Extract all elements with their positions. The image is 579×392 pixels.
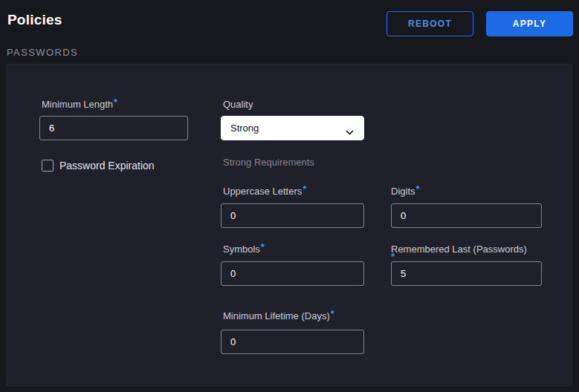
required-asterisk: * <box>303 183 306 195</box>
remembered-last-input[interactable] <box>391 261 542 286</box>
minimum-length-label: Minimum Length* <box>42 99 117 110</box>
symbols-label: Symbols* <box>223 244 265 255</box>
quality-select[interactable]: Strong <box>221 116 364 140</box>
quality-label: Quality <box>223 99 253 110</box>
required-asterisk: * <box>261 241 265 252</box>
apply-button[interactable]: APPLY <box>486 11 573 36</box>
required-asterisk: * <box>114 97 117 108</box>
page-title: Policies <box>7 12 62 28</box>
quality-select-value: Strong <box>230 122 259 134</box>
minimum-lifetime-label: Minimum Lifetime (Days)* <box>223 310 334 321</box>
minimum-length-input[interactable] <box>39 116 188 140</box>
section-title-passwords: PASSWORDS <box>7 47 78 58</box>
required-asterisk: * <box>331 308 334 319</box>
uppercase-letters-label: Uppercase Letters* <box>223 186 306 197</box>
checkbox-box[interactable] <box>42 160 54 172</box>
minimum-lifetime-input[interactable] <box>221 330 364 354</box>
strong-requirements-label: Strong Requirements <box>223 157 314 168</box>
uppercase-letters-input[interactable] <box>221 203 364 228</box>
symbols-input[interactable] <box>221 261 364 286</box>
password-expiration-checkbox[interactable]: Password Expiration <box>42 160 155 172</box>
required-asterisk: * <box>416 183 420 195</box>
passwords-panel: Minimum Length* Quality Strong Password … <box>6 64 572 386</box>
digits-label: Digits* <box>391 186 420 197</box>
required-asterisk: * <box>391 253 395 261</box>
chevron-down-icon <box>346 126 354 131</box>
policies-screen: Policies REBOOT APPLY PASSWORDS Minimum … <box>0 0 579 392</box>
password-expiration-label: Password Expiration <box>59 160 155 172</box>
remembered-last-label: Remembered Last (Passwords) <box>391 244 527 255</box>
digits-input[interactable] <box>391 203 542 228</box>
reboot-button[interactable]: REBOOT <box>386 11 473 36</box>
